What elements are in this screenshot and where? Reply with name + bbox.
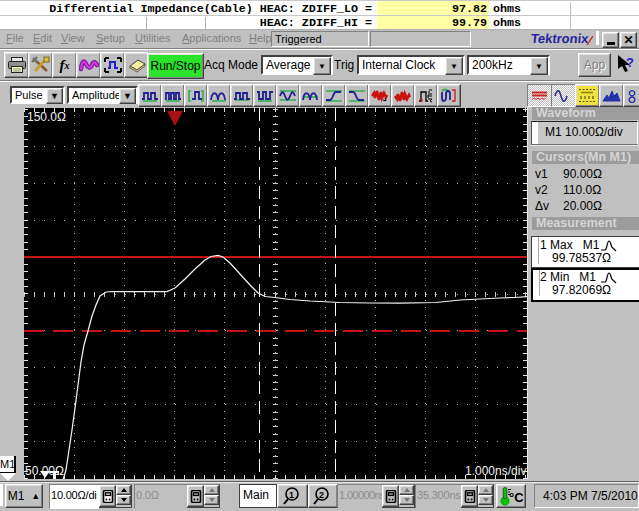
svg-text:?: ? — [626, 55, 634, 70]
svg-text:°C: °C — [509, 490, 523, 505]
svg-text:1: 1 — [289, 490, 294, 500]
svg-text:2: 2 — [319, 490, 324, 500]
